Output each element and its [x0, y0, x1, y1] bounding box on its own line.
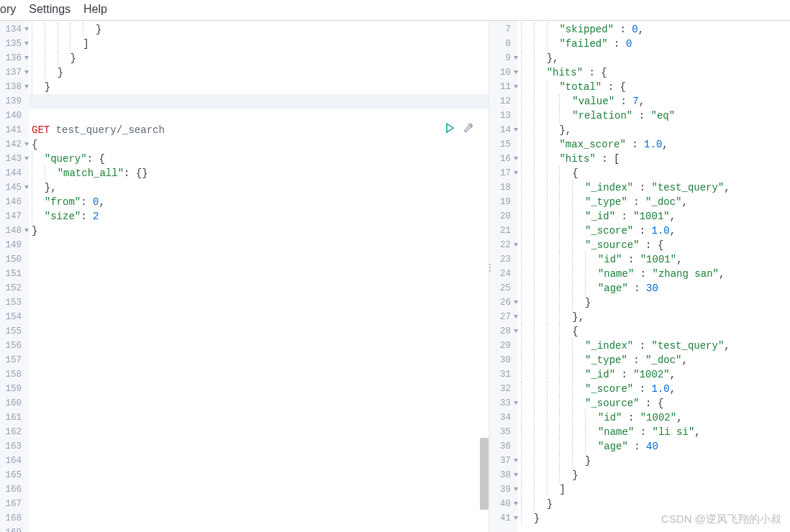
vertical-scrollbar[interactable] [480, 438, 489, 510]
code-line[interactable] [29, 281, 489, 295]
code-line: "hits" : [ [518, 152, 790, 166]
line-number: 168 [0, 511, 29, 526]
line-number: 14 [489, 123, 518, 137]
code-line[interactable]: } [29, 65, 489, 80]
line-number: 164 [0, 454, 29, 468]
code-line: "_id" : "1001", [518, 209, 790, 224]
code-line[interactable]: } [29, 22, 489, 37]
line-number: 15 [489, 137, 518, 152]
request-editor[interactable]: 1341351361371381391401411421431441451461… [0, 21, 489, 532]
line-number: 158 [0, 367, 29, 382]
line-number: 11 [489, 80, 518, 94]
code-line: "failed" : 0 [518, 37, 790, 51]
panel-resize-handle[interactable]: ⋮ [485, 266, 495, 270]
code-line[interactable] [29, 526, 489, 532]
line-number: 12 [489, 94, 518, 109]
line-number: 147 [0, 209, 29, 224]
code-line[interactable] [29, 511, 489, 526]
code-line[interactable] [29, 252, 489, 267]
run-query-icon[interactable] [444, 122, 455, 138]
line-number: 161 [0, 411, 29, 425]
response-viewer[interactable]: 7891011121314151617181920212223242526272… [489, 21, 790, 532]
menu-help[interactable]: Help [83, 3, 107, 16]
line-number: 135 [0, 37, 29, 51]
code-line[interactable] [29, 267, 489, 281]
line-number: 138 [0, 80, 29, 94]
line-number: 154 [0, 310, 29, 324]
line-number: 156 [0, 339, 29, 353]
code-line[interactable] [29, 425, 489, 439]
line-number: 7 [489, 22, 518, 37]
line-number: 159 [0, 382, 29, 396]
code-line[interactable] [29, 109, 489, 123]
code-line: "value" : 7, [518, 94, 790, 109]
code-line: } [518, 468, 790, 482]
code-line[interactable]: } [29, 80, 489, 94]
wrench-icon[interactable] [463, 122, 474, 138]
code-line[interactable] [29, 353, 489, 367]
menubar: ory Settings Help [0, 0, 790, 21]
line-number: 140 [0, 109, 29, 123]
code-line: "name" : "zhang san", [518, 267, 790, 281]
line-number: 36 [489, 439, 518, 454]
code-line[interactable]: }, [29, 180, 489, 195]
line-number: 151 [0, 267, 29, 281]
code-line[interactable] [29, 238, 489, 252]
line-number: 165 [0, 468, 29, 482]
line-number: 29 [489, 339, 518, 353]
code-line[interactable] [29, 310, 489, 324]
line-number: 134 [0, 22, 29, 37]
code-line[interactable] [29, 367, 489, 382]
code-line: }, [518, 51, 790, 65]
line-number: 142 [0, 137, 29, 152]
line-number: 148 [0, 224, 29, 238]
code-line[interactable] [29, 497, 489, 511]
line-gutter-left: 1341351361371381391401411421431441451461… [0, 21, 29, 532]
code-line: "id" : "1002", [518, 411, 790, 425]
code-line[interactable] [29, 396, 489, 411]
code-line[interactable] [29, 454, 489, 468]
line-number: 28 [489, 324, 518, 339]
code-line[interactable]: "match_all": {} [29, 166, 489, 180]
line-number: 150 [0, 252, 29, 267]
code-line: "hits" : { [518, 65, 790, 80]
code-line[interactable] [29, 324, 489, 339]
code-line: "relation" : "eq" [518, 109, 790, 123]
line-number: 35 [489, 425, 518, 439]
code-line[interactable]: "query": { [29, 152, 489, 166]
code-line[interactable] [29, 295, 489, 310]
line-number: 136 [0, 51, 29, 65]
line-number: 19 [489, 195, 518, 209]
line-number: 25 [489, 281, 518, 295]
code-line[interactable] [29, 94, 489, 109]
line-number: 139 [0, 94, 29, 109]
line-number: 27 [489, 310, 518, 324]
code-line[interactable] [29, 482, 489, 497]
code-area-left[interactable]: } ] } } }GET test_query/_search{ "query"… [29, 21, 489, 532]
code-line[interactable]: } [29, 51, 489, 65]
code-line: "total" : { [518, 80, 790, 94]
line-number: 153 [0, 295, 29, 310]
code-line[interactable] [29, 339, 489, 353]
code-line[interactable]: } [29, 224, 489, 238]
code-line[interactable] [29, 468, 489, 482]
line-number: 10 [489, 65, 518, 80]
code-line[interactable]: "size": 2 [29, 209, 489, 224]
line-number: 160 [0, 396, 29, 411]
line-number: 22 [489, 238, 518, 252]
code-line[interactable] [29, 439, 489, 454]
code-line: "_score" : 1.0, [518, 382, 790, 396]
line-number: 141 [0, 123, 29, 137]
code-line[interactable] [29, 382, 489, 396]
code-line[interactable]: GET test_query/_search [29, 123, 489, 137]
line-number: 145 [0, 180, 29, 195]
code-line[interactable]: ] [29, 37, 489, 51]
code-line[interactable]: { [29, 137, 489, 152]
code-line: { [518, 324, 790, 339]
menu-settings[interactable]: Settings [29, 3, 71, 16]
code-line: "_score" : 1.0, [518, 224, 790, 238]
code-line[interactable]: "from": 0, [29, 195, 489, 209]
code-line[interactable] [29, 411, 489, 425]
line-number: 17 [489, 166, 518, 180]
menu-history[interactable]: ory [0, 3, 16, 16]
